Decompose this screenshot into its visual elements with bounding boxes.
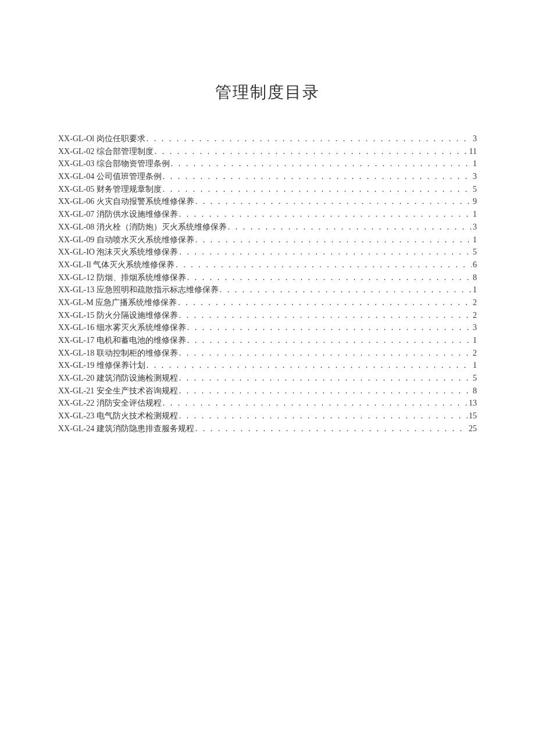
toc-label: XX-GL-M 应急广播系统维修保养 xyxy=(58,296,177,309)
toc-leader-dots xyxy=(179,309,472,322)
toc-row: XX-GL-09 自动喷水灭火系统维修保养1 xyxy=(58,234,477,246)
toc-label: XX-GL-23 电气防火技术检测规程 xyxy=(58,410,178,422)
toc-label: XX-GL-03 综合部物资管理条例 xyxy=(58,157,170,170)
toc-label: XX-GL-22 消防安全评估规程 xyxy=(58,397,162,410)
toc-leader-dots xyxy=(163,183,472,196)
toc-leader-dots xyxy=(195,422,468,435)
toc-label: XX-GL-20 建筑消防设施检测规程 xyxy=(58,372,178,385)
toc-row: XX-GL-13 应急照明和疏散指示标志维修保养1 xyxy=(58,284,477,296)
toc-row: XX-GL-23 电气防火技术检测规程15 xyxy=(58,410,477,422)
toc-page-number: 1 xyxy=(473,359,477,372)
toc-page-number: 1 xyxy=(473,334,477,347)
toc-page-number: 8 xyxy=(473,385,477,397)
toc-leader-dots xyxy=(147,132,472,145)
toc-label: XX-GL-06 火灾自动报警系统维修保养 xyxy=(58,195,194,208)
toc-page-number: 5 xyxy=(473,246,477,259)
toc-leader-dots xyxy=(163,397,468,410)
toc-page-number: 1 xyxy=(473,157,477,170)
toc-row: XX-GL-16 细水雾灭火系统维修保养3 xyxy=(58,321,477,334)
toc-row: XX-GL-08 消火栓（消防炮）灭火系统维修保养3 xyxy=(58,221,477,234)
toc-page-number: 3 xyxy=(473,132,477,145)
toc-row: XX-GL-Ol 岗位任职要求3 xyxy=(58,132,477,145)
toc-label: XX-GL-18 联动控制柜的维修保养 xyxy=(58,347,178,360)
toc-leader-dots xyxy=(195,234,472,246)
toc-label: XX-GL-07 消防供水设施维修保养 xyxy=(58,208,178,221)
toc-row: XX-GL-03 综合部物资管理条例1 xyxy=(58,157,477,170)
toc-label: XX-GL-IO 泡沫灭火系统维修保养 xyxy=(58,246,178,259)
toc-page-number: 1 xyxy=(473,284,477,296)
toc-leader-dots xyxy=(147,359,472,372)
toc-leader-dots xyxy=(171,157,472,170)
toc-page-number: 3 xyxy=(473,221,477,234)
toc-page-number: 9 xyxy=(473,195,477,208)
toc-row: XX-GL-17 电机和蓄电池的维修保养1 xyxy=(58,334,477,347)
toc-row: XX-GL-19 维修保养计划1 xyxy=(58,359,477,372)
toc-label: XX-GL-21 安全生产技术咨询规程 xyxy=(58,385,178,397)
toc-leader-dots xyxy=(228,221,472,234)
toc-page-number: 5 xyxy=(473,372,477,385)
toc-row: XX-GL-05 财务管理规章制度5 xyxy=(58,183,477,196)
toc-leader-dots xyxy=(176,259,472,271)
toc-label: XX-GL-09 自动喷水灭火系统维修保养 xyxy=(58,234,194,246)
toc-page-number: 1 xyxy=(473,208,477,221)
toc-row: XX-GL-07 消防供水设施维修保养1 xyxy=(58,208,477,221)
toc-label: XX-GL-15 防火分隔设施维修保养 xyxy=(58,309,178,322)
toc-label: XX-GL-16 细水雾灭火系统维修保养 xyxy=(58,321,186,334)
toc-leader-dots xyxy=(178,296,472,309)
toc-page-number: 6 xyxy=(473,259,477,271)
toc-label: XX-GL-17 电机和蓄电池的维修保养 xyxy=(58,334,186,347)
table-of-contents: XX-GL-Ol 岗位任职要求3XX-GL-02 综合部管理制度11XX-GL-… xyxy=(58,132,477,435)
toc-page-number: 2 xyxy=(473,347,477,360)
toc-leader-dots xyxy=(179,208,472,221)
toc-leader-dots xyxy=(187,334,472,347)
toc-row: XX-GL-06 火灾自动报警系统维修保养9 xyxy=(58,195,477,208)
toc-label: XX-GL-Ol 岗位任职要求 xyxy=(58,132,145,145)
toc-row: XX-GL-24 建筑消防隐患排查服务规程25 xyxy=(58,422,477,435)
toc-leader-dots xyxy=(179,347,472,360)
toc-page-number: 11 xyxy=(469,145,477,158)
toc-page-number: 15 xyxy=(469,410,477,422)
toc-row: XX-GL-20 建筑消防设施检测规程5 xyxy=(58,372,477,385)
toc-row: XX-GL-21 安全生产技术咨询规程8 xyxy=(58,385,477,397)
toc-page-number: 5 xyxy=(473,183,477,196)
toc-row: XX-GL-M 应急广播系统维修保养2 xyxy=(58,296,477,309)
page-title: 管理制度目录 xyxy=(58,81,477,103)
toc-leader-dots xyxy=(220,284,472,296)
toc-page-number: 8 xyxy=(473,271,477,284)
toc-leader-dots xyxy=(187,271,472,284)
toc-leader-dots xyxy=(155,145,468,158)
toc-label: XX-GL-24 建筑消防隐患排查服务规程 xyxy=(58,422,194,435)
toc-page-number: 2 xyxy=(473,296,477,309)
toc-row: XX-GL-12 防烟、排烟系统维修保养8 xyxy=(58,271,477,284)
toc-leader-dots xyxy=(179,246,472,259)
toc-page-number: 2 xyxy=(473,309,477,322)
toc-leader-dots xyxy=(179,372,472,385)
toc-page-number: 3 xyxy=(473,170,477,183)
toc-leader-dots xyxy=(163,170,472,183)
toc-row: XX-GL-15 防火分隔设施维修保养2 xyxy=(58,309,477,322)
toc-label: XX-GL-19 维修保养计划 xyxy=(58,359,145,372)
toc-page-number: 1 xyxy=(473,234,477,246)
toc-row: XX-GL-Il 气体灭火系统维修保养6 xyxy=(58,259,477,271)
toc-page-number: 3 xyxy=(473,321,477,334)
toc-label: XX-GL-12 防烟、排烟系统维修保养 xyxy=(58,271,186,284)
toc-leader-dots xyxy=(195,195,472,208)
toc-leader-dots xyxy=(179,410,468,422)
toc-row: XX-GL-18 联动控制柜的维修保养2 xyxy=(58,347,477,360)
toc-label: XX-GL-02 综合部管理制度 xyxy=(58,145,154,158)
toc-label: XX-GL-04 公司值班管理条例 xyxy=(58,170,162,183)
toc-label: XX-GL-05 财务管理规章制度 xyxy=(58,183,162,196)
toc-label: XX-GL-Il 气体灭火系统维修保养 xyxy=(58,259,174,271)
toc-leader-dots xyxy=(179,385,472,397)
toc-label: XX-GL-08 消火栓（消防炮）灭火系统维修保养 xyxy=(58,221,227,234)
toc-label: XX-GL-13 应急照明和疏散指示标志维修保养 xyxy=(58,284,219,296)
toc-row: XX-GL-IO 泡沫灭火系统维修保养5 xyxy=(58,246,477,259)
toc-leader-dots xyxy=(187,321,472,334)
toc-row: XX-GL-22 消防安全评估规程13 xyxy=(58,397,477,410)
toc-page-number: 25 xyxy=(469,422,477,435)
toc-row: XX-GL-04 公司值班管理条例3 xyxy=(58,170,477,183)
toc-row: XX-GL-02 综合部管理制度11 xyxy=(58,145,477,158)
toc-page-number: 13 xyxy=(469,397,477,410)
